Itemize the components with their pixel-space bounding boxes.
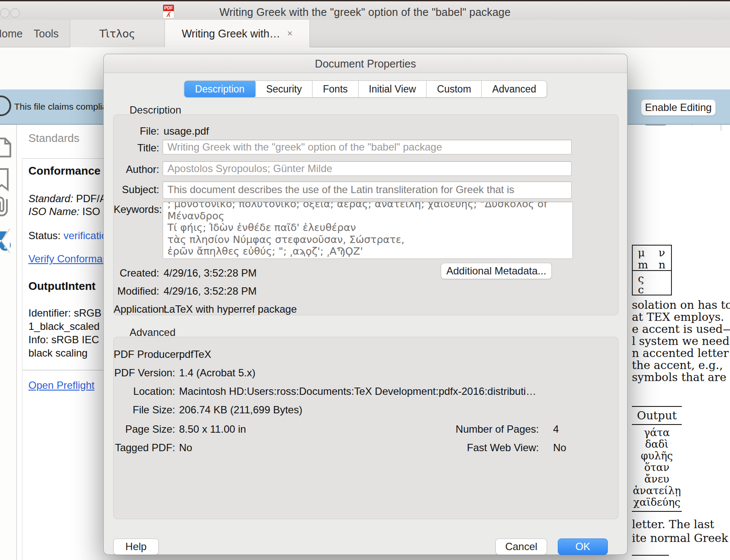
page-text-line: n accented letter	[632, 347, 730, 360]
tab-initial-view[interactable]: Initial View	[358, 81, 427, 97]
tagged-pdf-value: No	[179, 442, 192, 454]
panel-notch	[0, 228, 11, 255]
attachments-icon[interactable]	[0, 196, 13, 218]
window-titlebar: PDF ʎ Writing Greek with the "greek" opt…	[0, 0, 730, 20]
created-value: 4/29/16, 3:52:28 PM	[164, 267, 257, 279]
output-row: φυλῆς	[632, 450, 682, 462]
tab-tools[interactable]: Tools	[34, 28, 59, 40]
output-row: ἄνευ	[632, 473, 682, 485]
info-line-2: black scaling	[28, 347, 87, 359]
tab-home[interactable]: Home	[0, 28, 23, 40]
window-title: Writing Greek with the "greek" option of…	[0, 6, 730, 18]
tab-bar: Home Tools Τὶτλος Writing Greek with… ×	[0, 20, 730, 47]
open-preflight-link[interactable]: Open Preflight	[28, 379, 94, 391]
dialog-title: Document Properties	[104, 54, 627, 73]
tab-document-active[interactable]: Writing Greek with… ×	[165, 20, 310, 47]
pdf-version-value: 1.4 (Acrobat 5.x)	[179, 367, 255, 379]
advanced-group: PDF Producer: pdfTeX PDF Version: 1.4 (A…	[113, 337, 619, 519]
output-row: γάτα	[632, 427, 682, 439]
title-input[interactable]: Writing Greek with the "greek" option of…	[163, 140, 572, 154]
status-line: Status: verification	[28, 230, 113, 242]
tab-close-icon[interactable]: ×	[287, 28, 293, 39]
info-line: Info: sRGB IEC	[28, 334, 99, 346]
page-text-line: at TEX employs.	[632, 311, 730, 323]
output-table-header: Output	[632, 409, 682, 422]
standards-panel-title: Standards	[28, 132, 80, 145]
output-row: δαδὶ	[632, 438, 682, 450]
ok-button[interactable]: OK	[558, 538, 608, 555]
tab-custom[interactable]: Custom	[426, 81, 481, 97]
number-of-pages-value: 4	[553, 423, 559, 435]
standard-line: Standard: PDF/A	[28, 193, 106, 205]
fast-web-view-value: No	[553, 442, 566, 454]
identifier-line-2: 1_black_scaled	[28, 320, 99, 332]
output-row: ἀνατείλῃ	[632, 485, 682, 497]
navigation-sidebar: i	[0, 125, 17, 560]
output-row: χαϊδεύης	[632, 496, 682, 508]
keywords-input[interactable]: ; μονοτονικο; πολυτονικο; οξεια; αερας; …	[163, 202, 573, 259]
page-text-line: the accent, e.g.,	[632, 359, 730, 372]
page-text-line: symbols that are	[632, 371, 730, 384]
tab-advanced[interactable]: Advanced	[482, 81, 547, 97]
output-row: ὅταν	[632, 462, 682, 474]
dialog-tab-strip: Description Security Fonts Initial View …	[184, 80, 547, 98]
cancel-button[interactable]: Cancel	[495, 538, 547, 555]
document-properties-dialog: Document Properties Description Security…	[103, 54, 628, 555]
additional-metadata-button[interactable]: Additional Metadata...	[441, 263, 552, 279]
description-group: File: usage.pdf Title: Writing Greek wit…	[113, 114, 619, 315]
outputintent-heading: OutputIntent	[28, 280, 96, 293]
subject-input[interactable]: This document describes the use of the L…	[163, 182, 572, 199]
conformance-heading: Conformance	[28, 164, 101, 178]
tab-description[interactable]: Description	[184, 80, 256, 98]
tab-document-titlos[interactable]: Τὶτλος	[70, 20, 165, 47]
file-name-value: usage.pdf	[164, 125, 209, 137]
tab-fonts[interactable]: Fonts	[312, 81, 358, 97]
page-size-value: 8.50 x 11.00 in	[179, 423, 246, 435]
page-text-line: ite normal Greek	[632, 532, 730, 545]
enable-editing-button[interactable]: Enable Editing	[641, 99, 716, 116]
author-input[interactable]: Apostolos Syropoulos; Günter Milde	[163, 161, 572, 176]
page-text-line: l system we need	[632, 335, 730, 348]
page-text-line: solation on has to	[632, 298, 730, 311]
location-value: Macintosh HD:Users:ross:Documents:TeX De…	[179, 385, 592, 397]
identifier-line: Identifier: sRGB	[28, 307, 101, 319]
bookmarks-icon[interactable]	[0, 168, 11, 191]
page-text-line: letter. The last	[632, 518, 730, 531]
application-value: LaTeX with hyperref package	[164, 303, 297, 315]
file-size-value: 206.74 KB (211,699 Bytes)	[179, 404, 302, 416]
iso-name-line: ISO Name: ISO	[28, 206, 100, 218]
tab-security[interactable]: Security	[255, 81, 312, 97]
help-button[interactable]: Help	[113, 538, 159, 555]
page-text-line: e accent is used—	[632, 323, 730, 335]
compliance-badge-icon	[0, 95, 11, 116]
modified-value: 4/29/16, 3:52:28 PM	[164, 285, 257, 297]
page-thumbnails-icon[interactable]	[0, 137, 13, 158]
pdf-producer-value: pdfTeX	[179, 348, 211, 360]
